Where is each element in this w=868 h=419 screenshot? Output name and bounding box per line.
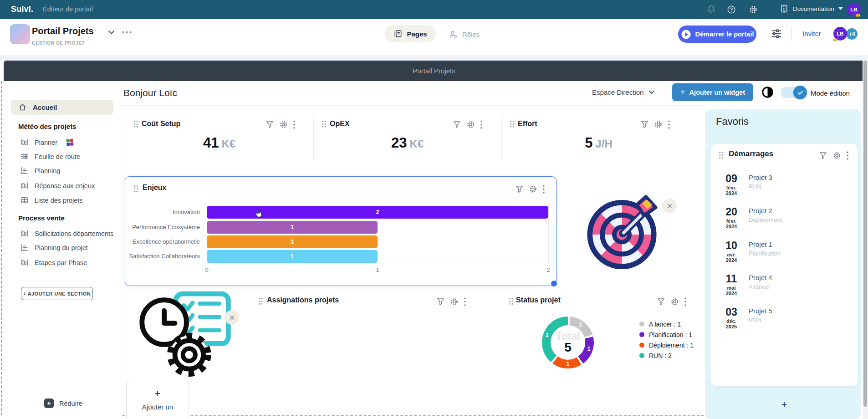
add-widget-tile[interactable]: + Ajouter un — [126, 381, 189, 419]
chevron-down-icon[interactable] — [108, 31, 114, 34]
chart-bar-value: 1 — [291, 238, 294, 245]
filter-icon[interactable] — [819, 151, 827, 160]
kebab-menu-icon[interactable] — [846, 151, 849, 160]
favorite-year: 2024 — [721, 190, 741, 196]
sidebar-item-liste-des-projets[interactable]: Liste des projets — [20, 196, 83, 204]
plus-icon: + — [781, 399, 787, 410]
bell-icon[interactable] — [707, 5, 716, 14]
close-icon — [229, 314, 235, 321]
filter-icon[interactable] — [657, 297, 665, 306]
space-selector[interactable]: Espace Direction — [592, 88, 654, 96]
drag-handle-icon[interactable] — [133, 185, 138, 193]
tab-roles[interactable]: Rôles — [449, 28, 480, 40]
close-icon — [666, 203, 673, 210]
favorite-item[interactable]: 03 déc. 2025 Projet 5 RUN — [710, 307, 858, 335]
table-icon — [20, 196, 29, 204]
close-button[interactable] — [662, 199, 677, 213]
chart-bar: 1 — [207, 221, 378, 234]
settings-icon[interactable] — [466, 120, 475, 129]
drag-handle-icon[interactable] — [133, 120, 138, 128]
start-portal-button[interactable]: Démarrer le portail — [678, 26, 756, 43]
favorite-project-status: A lancer — [749, 283, 770, 290]
portal-frame-titlebar: Portail Projets — [4, 61, 864, 81]
drag-handle-icon[interactable] — [258, 297, 263, 305]
drag-handle-icon[interactable] — [510, 120, 515, 128]
sidebar-item-sollicitations[interactable]: Sollicitations départements — [20, 229, 113, 238]
kpi-value: 5 — [585, 135, 592, 151]
crown-icon — [832, 37, 838, 41]
favorite-month: févr. — [721, 218, 741, 224]
settings-icon[interactable] — [670, 297, 679, 306]
donut-chart: 1 1 1 2 Total 5 — [542, 317, 594, 368]
collapse-label: Réduire — [59, 400, 82, 407]
settings-icon[interactable] — [529, 185, 537, 194]
gear-icon[interactable] — [749, 5, 758, 14]
resize-handle[interactable] — [551, 281, 557, 286]
sidebar-item-reponse-aux-enjeux[interactable]: Réponse aux enjeux — [20, 181, 95, 190]
sidebar-item-etapes-par-phase[interactable]: Etapes par Phase — [20, 258, 87, 267]
favorite-project-name: Projet 5 — [749, 307, 772, 315]
settings-icon[interactable] — [450, 297, 459, 306]
sidebar-item-label: Liste des projets — [35, 197, 83, 204]
settings-icon[interactable] — [654, 120, 663, 129]
add-section-button[interactable]: + AJOUTER UNE SECTION — [21, 287, 93, 300]
kebab-menu-icon[interactable] — [668, 120, 670, 129]
kebab-menu-icon[interactable] — [480, 120, 483, 129]
settings-icon[interactable] — [832, 151, 841, 160]
kebab-menu-icon[interactable] — [542, 185, 545, 194]
more-icon[interactable] — [122, 31, 132, 33]
portal-logo[interactable] — [10, 24, 30, 44]
contrast-icon[interactable] — [761, 86, 774, 98]
collapse-sidebar-button[interactable]: Réduire — [44, 399, 82, 408]
gantt-icon — [20, 243, 29, 252]
favorite-item[interactable]: 09 févr. 2024 Projet 3 RUN — [710, 173, 858, 201]
widget-title: Status projet — [516, 296, 561, 304]
scrollbar-thumb[interactable] — [863, 61, 867, 407]
widget-assignations: Assignations projets — [253, 291, 478, 319]
drag-handle-icon[interactable] — [322, 120, 327, 128]
filter-icon[interactable] — [453, 120, 461, 129]
avatar-overflow-badge[interactable]: +4 — [845, 27, 858, 41]
favorite-item[interactable]: 10 avr. 2024 Projet 1 Planification — [710, 240, 858, 268]
close-button[interactable] — [225, 310, 239, 325]
favorites-heading: Favoris — [716, 116, 749, 128]
widget-enjeux: Enjeux Innovation 2 Performance Ecosystè… — [125, 176, 557, 286]
invite-link[interactable]: Inviter — [802, 30, 821, 37]
filter-icon[interactable] — [266, 120, 274, 129]
donut-center: Total 5 — [551, 325, 585, 360]
pages-icon — [393, 29, 403, 38]
filter-sliders-icon[interactable] — [771, 28, 782, 40]
kebab-menu-icon[interactable] — [293, 120, 296, 129]
favorite-day: 10 — [721, 240, 741, 251]
planner-tiles-icon — [66, 138, 73, 146]
favorite-month: avr. — [721, 252, 741, 257]
sidebar-item-accueil[interactable]: Accueil — [11, 100, 113, 115]
filter-icon[interactable] — [436, 297, 445, 306]
donut-center-value: 5 — [564, 341, 572, 354]
tab-roles-label: Rôles — [462, 31, 480, 38]
settings-icon[interactable] — [279, 120, 288, 129]
help-icon[interactable] — [727, 5, 736, 14]
sidebar-item-feuille-de-route[interactable]: Feuille de route — [20, 152, 80, 161]
add-widget-button[interactable]: + Ajouter un widget — [672, 83, 753, 101]
tab-pages[interactable]: Pages — [385, 25, 436, 42]
filter-icon[interactable] — [640, 120, 649, 129]
kpi-unit: K€ — [409, 138, 424, 150]
favorite-item[interactable]: 11 mai 2024 Projet 4 A lancer — [710, 273, 858, 301]
legend-label: Déploiement : 1 — [649, 342, 694, 349]
widget-title: Assignations projets — [267, 296, 339, 304]
documentation-menu[interactable]: Documentation — [780, 4, 843, 13]
add-favorite-button[interactable]: + — [779, 399, 790, 411]
sidebar-item-planner[interactable]: Planner — [20, 138, 73, 147]
kebab-menu-icon[interactable] — [464, 297, 466, 306]
sidebar-item-planning[interactable]: Planning — [20, 166, 60, 175]
drag-handle-icon[interactable] — [719, 151, 724, 159]
edit-mode-toggle[interactable] — [781, 87, 805, 98]
filter-icon[interactable] — [515, 185, 524, 194]
kebab-menu-icon[interactable] — [684, 297, 687, 306]
portal-title: Portail Projets — [32, 26, 94, 36]
widget-title: Enjeux — [143, 184, 166, 192]
drag-handle-icon[interactable] — [509, 297, 514, 305]
favorite-item[interactable]: 20 févr. 2024 Projet 2 Déploiement — [710, 206, 858, 235]
sidebar-item-planning-du-projet[interactable]: Planning du projet — [20, 243, 88, 252]
